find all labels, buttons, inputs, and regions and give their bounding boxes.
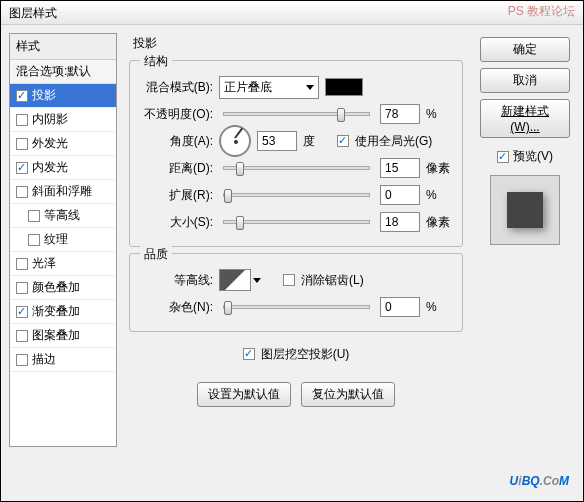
sidebar-item-9[interactable]: 渐变叠加 — [10, 300, 116, 324]
distance-slider[interactable] — [223, 166, 370, 170]
preview-checkbox[interactable] — [497, 151, 509, 163]
structure-group: 结构 混合模式(B): 正片叠底 不透明度(O): 78 % 角度(A): 53 — [129, 60, 463, 247]
sidebar-checkbox[interactable] — [16, 114, 28, 126]
sidebar-item-11[interactable]: 描边 — [10, 348, 116, 372]
reset-default-button[interactable]: 复位为默认值 — [301, 382, 395, 407]
opacity-input[interactable]: 78 — [380, 104, 420, 124]
watermark-logo: UiBQ.CoM — [510, 465, 569, 491]
new-style-button[interactable]: 新建样式(W)... — [480, 99, 570, 138]
sidebar-item-8[interactable]: 颜色叠加 — [10, 276, 116, 300]
preview-box — [490, 175, 560, 245]
blend-mode-select[interactable]: 正片叠底 — [219, 76, 319, 99]
knockout-label: 图层挖空投影(U) — [261, 346, 350, 363]
knockout-row: 图层挖空投影(U) — [125, 343, 467, 365]
size-slider[interactable] — [223, 220, 370, 224]
set-default-button[interactable]: 设置为默认值 — [197, 382, 291, 407]
quality-group: 品质 等高线: 消除锯齿(L) 杂色(N): 0 % — [129, 253, 463, 332]
sidebar-item-label: 投影 — [32, 87, 56, 104]
chevron-down-icon — [306, 85, 314, 90]
global-light-checkbox[interactable] — [337, 135, 349, 147]
distance-label: 距离(D): — [138, 160, 213, 177]
sidebar-checkbox[interactable] — [16, 330, 28, 342]
contour-picker[interactable] — [219, 269, 251, 291]
sidebar-subheader[interactable]: 混合选项:默认 — [10, 60, 116, 84]
blend-mode-label: 混合模式(B): — [138, 79, 213, 96]
distance-unit: 像素 — [426, 160, 454, 177]
opacity-unit: % — [426, 107, 454, 121]
sidebar-item-0[interactable]: 投影 — [10, 84, 116, 108]
sidebar-item-label: 描边 — [32, 351, 56, 368]
distance-row: 距离(D): 15 像素 — [138, 157, 454, 179]
sidebar-item-label: 等高线 — [44, 207, 80, 224]
distance-input[interactable]: 15 — [380, 158, 420, 178]
contour-label: 等高线: — [138, 272, 213, 289]
angle-row: 角度(A): 53 度 使用全局光(G) — [138, 130, 454, 152]
global-light-label: 使用全局光(G) — [355, 133, 432, 150]
sidebar-checkbox[interactable] — [28, 210, 40, 222]
noise-label: 杂色(N): — [138, 299, 213, 316]
anti-alias-label: 消除锯齿(L) — [301, 272, 364, 289]
noise-input[interactable]: 0 — [380, 297, 420, 317]
sidebar-item-10[interactable]: 图案叠加 — [10, 324, 116, 348]
sidebar-item-label: 外发光 — [32, 135, 68, 152]
preview-checkbox-row: 预览(V) — [497, 148, 553, 165]
sidebar-checkbox[interactable] — [16, 138, 28, 150]
spread-unit: % — [426, 188, 454, 202]
knockout-checkbox[interactable] — [243, 348, 255, 360]
sidebar-checkbox[interactable] — [16, 306, 28, 318]
window-title: 图层样式 — [9, 6, 57, 20]
opacity-slider[interactable] — [223, 112, 370, 116]
opacity-label: 不透明度(O): — [138, 106, 213, 123]
sidebar-item-4[interactable]: 斜面和浮雕 — [10, 180, 116, 204]
noise-slider[interactable] — [223, 305, 370, 309]
sidebar-checkbox[interactable] — [28, 234, 40, 246]
ok-button[interactable]: 确定 — [480, 37, 570, 62]
spread-row: 扩展(R): 0 % — [138, 184, 454, 206]
sidebar-item-1[interactable]: 内阴影 — [10, 108, 116, 132]
default-buttons: 设置为默认值 复位为默认值 — [125, 382, 467, 407]
styles-sidebar: 样式 混合选项:默认 投影内阴影外发光内发光斜面和浮雕等高线纹理光泽颜色叠加渐变… — [9, 33, 117, 447]
blend-mode-row: 混合模式(B): 正片叠底 — [138, 76, 454, 98]
panel-title: 投影 — [125, 33, 467, 54]
sidebar-checkbox[interactable] — [16, 186, 28, 198]
structure-label: 结构 — [140, 53, 172, 70]
sidebar-item-3[interactable]: 内发光 — [10, 156, 116, 180]
sidebar-item-label: 斜面和浮雕 — [32, 183, 92, 200]
window-titlebar: 图层样式 PS 教程论坛 — [1, 1, 583, 25]
sidebar-item-5[interactable]: 等高线 — [10, 204, 116, 228]
center-panel: 投影 结构 混合模式(B): 正片叠底 不透明度(O): 78 % 角度(A): — [125, 33, 467, 447]
size-unit: 像素 — [426, 214, 454, 231]
angle-label: 角度(A): — [138, 133, 213, 150]
size-input[interactable]: 18 — [380, 212, 420, 232]
contour-row: 等高线: 消除锯齿(L) — [138, 269, 454, 291]
right-column: 确定 取消 新建样式(W)... 预览(V) — [475, 33, 575, 447]
watermark-top: PS 教程论坛 — [508, 3, 575, 20]
sidebar-item-label: 渐变叠加 — [32, 303, 80, 320]
angle-unit: 度 — [303, 133, 331, 150]
angle-input[interactable]: 53 — [257, 131, 297, 151]
color-swatch[interactable] — [325, 78, 363, 96]
chevron-down-icon[interactable] — [253, 278, 261, 283]
opacity-row: 不透明度(O): 78 % — [138, 103, 454, 125]
sidebar-item-label: 颜色叠加 — [32, 279, 80, 296]
noise-row: 杂色(N): 0 % — [138, 296, 454, 318]
spread-slider[interactable] — [223, 193, 370, 197]
sidebar-header: 样式 — [10, 34, 116, 60]
preview-label: 预览(V) — [513, 148, 553, 165]
spread-input[interactable]: 0 — [380, 185, 420, 205]
sidebar-item-2[interactable]: 外发光 — [10, 132, 116, 156]
angle-dial[interactable] — [219, 125, 251, 157]
sidebar-checkbox[interactable] — [16, 162, 28, 174]
sidebar-checkbox[interactable] — [16, 354, 28, 366]
cancel-button[interactable]: 取消 — [480, 68, 570, 93]
quality-label: 品质 — [140, 246, 172, 263]
sidebar-item-6[interactable]: 纹理 — [10, 228, 116, 252]
anti-alias-checkbox[interactable] — [283, 274, 295, 286]
sidebar-checkbox[interactable] — [16, 90, 28, 102]
sidebar-checkbox[interactable] — [16, 258, 28, 270]
noise-unit: % — [426, 300, 454, 314]
sidebar-checkbox[interactable] — [16, 282, 28, 294]
sidebar-item-label: 纹理 — [44, 231, 68, 248]
sidebar-item-7[interactable]: 光泽 — [10, 252, 116, 276]
sidebar-item-label: 光泽 — [32, 255, 56, 272]
